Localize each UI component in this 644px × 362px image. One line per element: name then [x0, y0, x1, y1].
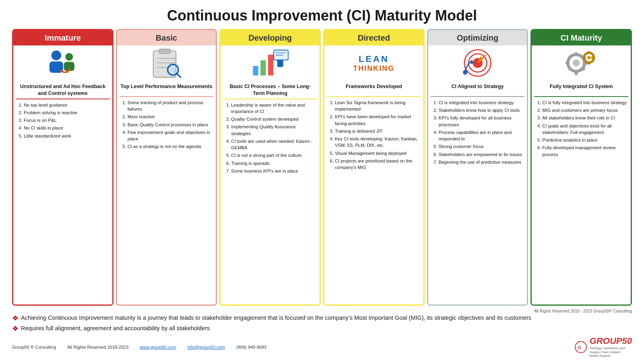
- footer-phone: (909) 949-9083: [236, 345, 266, 350]
- columns-wrapper: Immature Unstructured and Ad Hoc Feedbac…: [12, 29, 632, 306]
- col-optimizing-list: CI is integrated into business strategy …: [432, 99, 523, 165]
- list-item: Strong customer focus: [439, 143, 523, 150]
- list-item: Little standardized work: [24, 133, 108, 139]
- list-item: Implementing Quality Assurance strategie…: [231, 123, 316, 136]
- svg-text:G: G: [578, 345, 581, 350]
- col-directed-list: Lean Six Sigma framework is being implem…: [328, 99, 419, 171]
- list-item: KPI's have been developed for market fac…: [335, 113, 419, 126]
- col-immature: Immature Unstructured and Ad Hoc Feedbac…: [12, 29, 114, 306]
- svg-rect-31: [575, 71, 578, 75]
- col-developing-list: Leadership is aware of the value and imp…: [225, 102, 316, 174]
- footer-email[interactable]: info@group50.com: [188, 345, 225, 350]
- list-item: Some business KPI's are in place: [231, 168, 316, 174]
- svg-point-12: [170, 67, 175, 72]
- svg-rect-43: [592, 57, 594, 59]
- list-item: Problem solving is reactive: [24, 109, 108, 116]
- col-maturity-header: CI Maturity: [532, 30, 631, 45]
- col-basic: Basic Top Level Performance Measurements: [116, 29, 217, 306]
- col-optimizing-header: Optimizing: [428, 30, 527, 45]
- svg-rect-15: [268, 55, 273, 76]
- list-item: Stakeholders are empowered to fix issues: [439, 151, 523, 158]
- svg-rect-17: [277, 60, 283, 67]
- list-item: Training is sporadic: [231, 160, 316, 167]
- diamond-icon-2: ❖: [12, 324, 19, 333]
- col-directed-header: Directed: [324, 30, 423, 45]
- group50-logo: G GROUP50 Strategy, Operations and Suppl…: [574, 336, 632, 358]
- list-item: CI goals and objectives exist for all st…: [542, 123, 627, 136]
- group50-name: GROUP50 Strategy, Operations and Supply …: [590, 336, 632, 358]
- list-item: KPI's fully developed for all business p…: [439, 115, 523, 128]
- footer-bottom: Group50 ® Consulting All Rights Reserved…: [12, 336, 632, 358]
- col-maturity-body: CI is fully integrated into business str…: [532, 97, 631, 304]
- list-item: Stakeholders know how to apply CI tools: [439, 107, 523, 113]
- svg-point-2: [65, 53, 73, 61]
- list-item: Quality Control system developed: [231, 116, 316, 122]
- list-item: No top-level guidance: [24, 102, 108, 108]
- list-item: CI as a strategy is not on the agenda: [128, 143, 212, 150]
- footer-bullets: ❖ Achieving Continuous Improvement matur…: [12, 314, 632, 334]
- group50-logo-icon: G: [574, 341, 587, 354]
- footer-website[interactable]: www.group50.com: [140, 345, 176, 350]
- list-item: Basic Quality Control processes in place: [128, 121, 212, 128]
- list-item: CI tools are used when needed: Kaizen - …: [231, 138, 316, 151]
- svg-rect-30: [575, 52, 578, 56]
- col-developing-icon: [221, 45, 320, 81]
- list-item: Few improvement goals and objectives in …: [128, 129, 212, 142]
- col-optimizing-body: CI is integrated into business strategy …: [428, 97, 527, 304]
- footer-bullet-2-text: Requires full alignment, agreement and a…: [21, 324, 210, 333]
- footer-rights: All Rights Reserved 2018-2023: [67, 345, 128, 350]
- col-optimizing: Optimizing CI Aligned to Strategy: [427, 29, 528, 306]
- list-item: Visual Management being deployed: [335, 150, 419, 156]
- lean-sub: THINKING: [353, 64, 394, 73]
- list-item: Fully developed management review proces…: [542, 144, 627, 157]
- copyright-top: All Rights Reserved 2018 - 2023 Group50®…: [12, 309, 632, 313]
- group50-logo-sub: Strategy, Operations and Supply Chain Su…: [590, 346, 630, 358]
- col-developing-body: Leadership is aware of the value and imp…: [221, 99, 320, 305]
- list-item: Leadership is aware of the value and imp…: [231, 102, 316, 115]
- list-item: CI is not a strong part of the culture.: [231, 152, 316, 158]
- svg-rect-40: [588, 51, 590, 54]
- page: Continuous Improvement (CI) Maturity Mod…: [0, 0, 644, 362]
- col-maturity-list: CI is fully integrated into business str…: [536, 99, 627, 158]
- group50-logo-text: GROUP50: [590, 336, 632, 346]
- svg-rect-6: [159, 49, 170, 53]
- col-optimizing-subtitle: CI Aligned to Strategy: [428, 81, 527, 96]
- col-immature-body: No top-level guidance Problem solving is…: [13, 99, 112, 305]
- svg-line-11: [177, 74, 180, 77]
- col-developing: Developing Basic CI Processes – Some Lon…: [219, 29, 321, 306]
- footer-bullet-1-text: Achieving Continuous Improvement maturit…: [21, 314, 531, 323]
- diamond-icon-1: ❖: [12, 314, 19, 323]
- list-item: More reactive: [128, 113, 212, 120]
- col-basic-body: Some tracking of product and process fai…: [117, 97, 216, 304]
- svg-point-39: [587, 56, 591, 60]
- list-item: Focus is on P&L: [24, 117, 108, 123]
- col-directed-body: Lean Six Sigma framework is being implem…: [324, 97, 423, 304]
- col-immature-header: Immature: [13, 30, 112, 45]
- col-maturity-subtitle: Fully Integrated CI System: [532, 81, 631, 96]
- col-basic-header: Basic: [117, 30, 216, 45]
- footer: All Rights Reserved 2018 - 2023 Group50®…: [12, 309, 632, 358]
- col-maturity-icon: [532, 45, 631, 81]
- list-item: CI is fully integrated into business str…: [542, 99, 627, 106]
- svg-rect-41: [588, 62, 590, 65]
- col-developing-subtitle: Basic CI Processes – Some Long-Term Plan…: [221, 81, 320, 99]
- list-item: Lean Six Sigma framework is being implem…: [335, 99, 419, 112]
- list-item: Predictive analytics in place: [542, 137, 627, 143]
- lean-text: LEAN: [359, 54, 389, 64]
- list-item: Key CI tools developing: Kaizen, Kanban,…: [335, 136, 419, 148]
- col-immature-subtitle: Unstructured and Ad Hoc Feedback and Con…: [13, 81, 112, 99]
- svg-point-29: [573, 60, 580, 66]
- footer-bullet-2: ❖ Requires full alignment, agreement and…: [12, 324, 632, 333]
- col-immature-list: No top-level guidance Problem solving is…: [17, 102, 108, 139]
- svg-point-27: [463, 70, 467, 74]
- list-item: Process capabilities are in place and re…: [439, 129, 523, 142]
- col-developing-header: Developing: [221, 30, 320, 45]
- svg-rect-14: [261, 60, 266, 76]
- list-item: MIG and customers are primary focus: [542, 107, 627, 113]
- col-basic-list: Some tracking of product and process fai…: [121, 99, 212, 150]
- list-item: CI is integrated into business strategy: [439, 99, 523, 106]
- col-directed-icon: LEAN THINKING: [324, 45, 423, 81]
- svg-rect-32: [566, 62, 570, 65]
- svg-rect-13: [253, 66, 258, 76]
- list-item: Training is delivered JIT: [335, 128, 419, 134]
